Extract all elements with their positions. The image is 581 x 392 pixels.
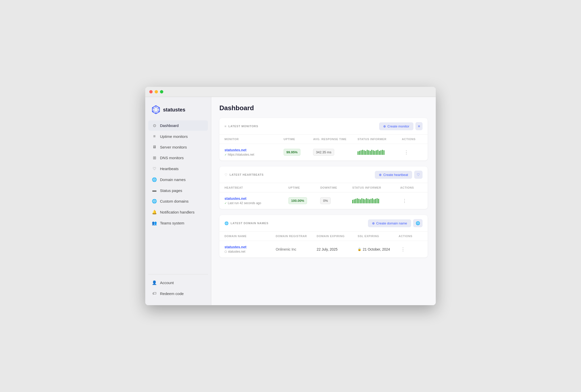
monitors-response-cell: 342.35 ms [313,149,358,156]
status-bar [367,150,368,155]
monitors-response-badge: 342.35 ms [313,149,334,156]
sidebar-item-custom-domains[interactable]: 🌐 Custom domains [148,196,208,206]
teams-system-icon: 👥 [152,221,157,225]
domains-more-button[interactable]: ⋮ [399,246,407,253]
heartbeats-col-actions: ACTIONS [400,186,423,189]
domains-subdomain-text: statustes.net [228,250,245,253]
create-heartbeat-button[interactable]: ⊕ Create heartbeat [375,171,412,179]
sidebar-item-label: Status pages [160,188,182,193]
heartbeats-table-header: HEARTBEAT UPTIME DOWNTIME STATUS INFORME… [219,183,428,192]
close-button[interactable] [149,90,153,93]
monitors-col-actions: ACTIONS [402,138,423,141]
create-heartbeat-label: Create heartbeat [383,173,408,177]
status-bar [371,150,372,155]
status-bar [359,151,360,155]
status-bar [360,199,361,203]
status-bar [377,198,378,203]
status-bar [382,150,383,155]
heartbeats-uptime-badge: 100.00% [288,197,307,204]
monitors-monitor-name[interactable]: statustes.net [224,148,284,152]
sidebar-item-dns-monitors[interactable]: ⊞ DNS monitors [148,153,208,163]
status-bar [377,150,378,155]
domains-col-expiring: DOMAIN EXPIRING [317,235,358,238]
sidebar-item-server-monitors[interactable]: 🖥 Server monitors [148,142,208,152]
domains-section-title: LATEST DOMAIN NAMES [231,222,268,225]
heartbeats-section-icon: ♡ [224,173,228,177]
dns-monitors-icon: ⊞ [152,155,157,160]
heartbeats-filter-button[interactable]: ♡ [414,171,423,179]
monitors-monitor-url: ✓ https://statustes.net [224,153,284,156]
domains-section-header: 🌐 LATEST DOMAIN NAMES ⊕ Create domain na… [219,215,428,232]
titlebar [145,87,436,97]
heartbeats-section-title: LATEST HEARTBEATS [230,173,264,176]
status-bar [374,199,375,203]
status-bar [380,150,381,155]
status-bar [383,150,384,155]
sidebar-item-label: Teams system [160,221,184,225]
status-bar [352,200,353,203]
domains-section: 🌐 LATEST DOMAIN NAMES ⊕ Create domain na… [219,215,428,257]
heartbeats-table-row: statustes.net ✓ Last run 42 seconds ago … [219,192,428,209]
sidebar-item-uptime-monitors[interactable]: ≡ Uptime monitors [148,131,208,141]
main-content: Dashboard ≡ LATEST MONITORS ⊕ Create mon… [211,97,436,305]
heartbeats-name[interactable]: statustes.net [224,197,288,201]
monitors-more-button[interactable]: ⋮ [402,149,411,156]
monitors-uptime-cell: 99.95% [284,149,313,156]
monitors-filter-button[interactable]: ≡ [415,122,423,130]
monitors-section-title: LATEST MONITORS [229,125,258,128]
domains-ssl-expiry: 🔒 21 October, 2024 [358,247,398,251]
create-domain-button[interactable]: ⊕ Create domain name [368,219,411,227]
sidebar-item-label: Account [160,281,174,285]
monitors-url-text: https://statustes.net [228,153,254,156]
domains-filter-button[interactable]: 🌐 [413,219,423,227]
sidebar-item-redeem-code[interactable]: 🏷 Redeem code [148,288,208,299]
status-bar [367,199,368,203]
sidebar-item-teams-system[interactable]: 👥 Teams system [148,218,208,228]
lock-icon: 🔒 [358,248,361,251]
domains-col-actions: ACTIONS [399,235,423,238]
domains-domain-name[interactable]: statustes.net [224,245,276,249]
sidebar-item-status-pages[interactable]: ▬ Status pages [148,185,208,195]
domain-filter-icon: 🌐 [416,221,420,225]
monitors-title-area: ≡ LATEST MONITORS [224,124,258,128]
sidebar-item-notification-handlers[interactable]: 🔔 Notification handlers [148,207,208,217]
logo-icon [151,105,160,114]
traffic-lights [149,90,163,93]
status-bar [370,199,372,203]
create-monitor-label: Create monitor [388,124,409,128]
maximize-button[interactable] [160,90,163,93]
heartbeats-monitor-cell: statustes.net ✓ Last run 42 seconds ago [224,197,288,205]
monitors-uptime-badge: 99.95% [284,149,300,156]
status-bar [372,198,373,203]
monitors-status-bars [358,150,402,155]
sidebar-item-account[interactable]: 👤 Account [148,277,208,288]
page-title: Dashboard [219,104,428,112]
sidebar-item-dashboard[interactable]: ⊙ Dashboard [148,120,208,131]
heartbeats-col-heartbeat: HEARTBEAT [224,186,288,189]
sidebar-item-label: Server monitors [160,145,187,149]
domains-section-actions: ⊕ Create domain name 🌐 [368,219,423,227]
sidebar-item-heartbeats[interactable]: ♡ Heartbeats [148,164,208,174]
dashboard-icon: ⊙ [152,123,157,128]
heartbeat-check-icon: ✓ [224,202,227,205]
status-bar [364,150,365,155]
status-bar [358,199,359,203]
sidebar-item-domain-names[interactable]: 🌐 Domain names [148,174,208,185]
status-bar [355,199,356,203]
minimize-button[interactable] [155,90,158,93]
nav-divider [148,274,208,274]
monitors-table-header: MONITOR UPTIME AVG. RESPONSE TIME STATUS… [219,135,428,144]
sidebar-item-label: Dashboard [160,123,179,128]
monitor-check-icon: ✓ [224,153,227,156]
domains-expiry-cell: 22 July, 2025 [317,247,358,252]
monitors-col-uptime: UPTIME [284,138,313,141]
status-bar [364,199,365,203]
notification-handlers-icon: 🔔 [152,210,157,215]
status-pages-icon: ▬ [152,188,157,193]
sidebar: statustes ⊙ Dashboard ≡ Uptime monitors … [145,97,211,305]
create-monitor-button[interactable]: ⊕ Create monitor [379,122,413,130]
domains-actions-cell: ⋮ [399,246,423,253]
status-bar [375,199,376,203]
heartbeats-more-button[interactable]: ⋮ [400,197,409,205]
heartbeats-last-run-text: Last run 42 seconds ago [228,201,261,205]
